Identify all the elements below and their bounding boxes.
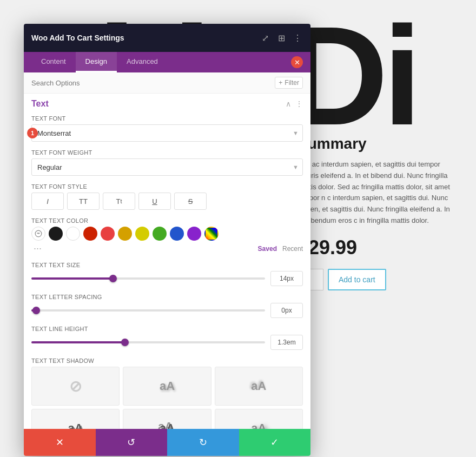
uppercase-button[interactable]: TT (67, 193, 100, 210)
split-icon[interactable]: ⊞ (276, 32, 287, 43)
line-height-track[interactable] (31, 341, 265, 343)
shadow-none[interactable]: ⊘ (31, 367, 120, 406)
tab-close-area: ✕ (291, 52, 303, 72)
modal-title: Woo Add To Cart Settings (31, 34, 124, 42)
line-height-thumb[interactable] (121, 339, 129, 346)
undo-icon: ↺ (127, 436, 135, 448)
text-size-fill (31, 277, 113, 280)
no-shadow-icon: ⊘ (69, 377, 82, 395)
color-red[interactable] (101, 227, 115, 241)
text-size-label: Text Text Size (31, 262, 303, 268)
letter-spacing-thumb[interactable] (32, 307, 40, 314)
summary-text: Sed ac interdum sapien, et sagittis dui … (298, 159, 454, 227)
text-color-field: Text Text Color ··· Saved (31, 217, 303, 254)
tab-advanced[interactable]: Advanced (117, 52, 168, 72)
letter-spacing-field: Text Letter Spacing 0px (31, 294, 303, 318)
summary-title: Summary (298, 135, 454, 153)
saved-colors-link[interactable]: Saved (258, 245, 277, 253)
text-color-label: Text Text Color (31, 217, 303, 224)
filter-icon: + (279, 79, 282, 87)
redo-button[interactable]: ↻ (167, 429, 239, 456)
color-green[interactable] (153, 227, 167, 241)
section-more-icon[interactable]: ⋮ (295, 100, 303, 108)
text-shadow-field: Text Text Shadow ⊘ aA aA aA aA aA (31, 357, 303, 429)
text-font-weight-field: Text Font Weight Regular Bold Light Medi… (31, 149, 303, 176)
tab-design[interactable]: Design (76, 52, 117, 72)
shadow-style-2[interactable]: aA (215, 367, 303, 406)
capitalize-button[interactable]: Tt (103, 193, 135, 210)
underline-button[interactable]: U (138, 193, 171, 210)
color-white[interactable] (66, 227, 80, 241)
line-height-fill (31, 341, 125, 343)
text-font-label: Text Font (31, 115, 303, 122)
color-purple[interactable] (187, 227, 201, 241)
letter-spacing-value[interactable]: 0px (270, 303, 303, 318)
price: $29.99 (298, 236, 454, 259)
line-height-field: Text Line Height 1.3em (31, 326, 303, 350)
search-bar: + Filter (24, 72, 310, 94)
color-dark-red[interactable] (83, 227, 97, 241)
modal-tabs: Content Design Advanced ✕ (24, 52, 310, 72)
font-badge: 1 (27, 128, 38, 138)
filter-button[interactable]: + Filter (275, 77, 303, 89)
cart-row: Add to cart (298, 269, 454, 290)
text-font-select-wrapper: 1 Montserrat Roboto Open Sans Lato ▼ (31, 124, 303, 142)
text-size-field: Text Text Size 14px (31, 262, 303, 286)
header-icons: ⤢ ⊞ ⋮ (260, 32, 303, 43)
text-font-select[interactable]: Montserrat Roboto Open Sans Lato (31, 124, 303, 142)
section-header: Text ∧ ⋮ (31, 99, 303, 109)
search-input[interactable] (31, 79, 275, 87)
shadow-style-4[interactable]: aA (123, 409, 211, 429)
color-yellow[interactable] (135, 227, 149, 241)
style-buttons: I TT Tt U S (31, 193, 303, 210)
shadow-style-1[interactable]: aA (123, 367, 211, 406)
cancel-button[interactable]: ✕ (24, 429, 96, 456)
color-gradient[interactable] (204, 227, 219, 241)
text-shadow-label: Text Text Shadow (31, 357, 303, 364)
action-bar: ✕ ↺ ↻ ✓ (24, 429, 310, 456)
shadow-style-3[interactable]: aA (31, 409, 120, 429)
text-font-style-field: Text Font Style I TT Tt U S (31, 183, 303, 210)
text-font-weight-label: Text Font Weight (31, 149, 303, 156)
color-row (31, 227, 303, 241)
collapse-icon[interactable]: ∧ (286, 100, 291, 108)
strikethrough-button[interactable]: S (174, 193, 207, 210)
undo-button[interactable]: ↺ (96, 429, 168, 456)
more-colors-icon[interactable]: ··· (31, 243, 44, 254)
color-blue[interactable] (170, 227, 184, 241)
shadow-style-5[interactable]: aA (215, 409, 303, 429)
italic-button[interactable]: I (31, 193, 64, 210)
settings-modal: Woo Add To Cart Settings ⤢ ⊞ ⋮ Content D… (24, 24, 310, 456)
text-font-style-label: Text Font Style (31, 183, 303, 190)
color-orange[interactable] (118, 227, 132, 241)
save-icon: ✓ (270, 436, 279, 448)
color-black[interactable] (49, 227, 63, 241)
modal-header: Woo Add To Cart Settings ⤢ ⊞ ⋮ (24, 24, 310, 52)
text-font-field: Text Font 1 Montserrat Roboto Open Sans … (31, 115, 303, 142)
color-picker-button[interactable] (31, 227, 45, 241)
filter-label: Filter (285, 79, 299, 87)
text-font-weight-select[interactable]: Regular Bold Light Medium (31, 158, 303, 176)
text-size-value[interactable]: 14px (270, 271, 303, 286)
text-size-track[interactable] (31, 277, 265, 280)
letter-spacing-slider-row: 0px (31, 303, 303, 318)
save-button[interactable]: ✓ (239, 429, 311, 456)
more-icon[interactable]: ⋮ (292, 32, 303, 43)
close-button[interactable]: ✕ (291, 56, 303, 68)
tab-content[interactable]: Content (31, 52, 76, 72)
line-height-value[interactable]: 1.3em (270, 335, 303, 350)
text-size-thumb[interactable] (109, 275, 117, 282)
panel-body: Text ∧ ⋮ Text Font 1 Montserrat Roboto O… (24, 94, 310, 429)
recent-colors-link[interactable]: Recent (282, 245, 303, 253)
redo-icon: ↻ (199, 436, 207, 448)
expand-icon[interactable]: ⤢ (260, 32, 270, 43)
text-size-slider-row: 14px (31, 271, 303, 286)
section-title: Text (31, 99, 49, 109)
line-height-label: Text Line Height (31, 326, 303, 332)
add-to-cart-button[interactable]: Add to cart (328, 269, 386, 290)
color-footer: ··· Saved Recent (31, 243, 303, 254)
letter-spacing-track[interactable] (31, 309, 265, 312)
line-height-slider-row: 1.3em (31, 335, 303, 350)
shadow-grid: ⊘ aA aA aA aA aA (31, 367, 303, 429)
color-links: Saved Recent (258, 245, 303, 253)
